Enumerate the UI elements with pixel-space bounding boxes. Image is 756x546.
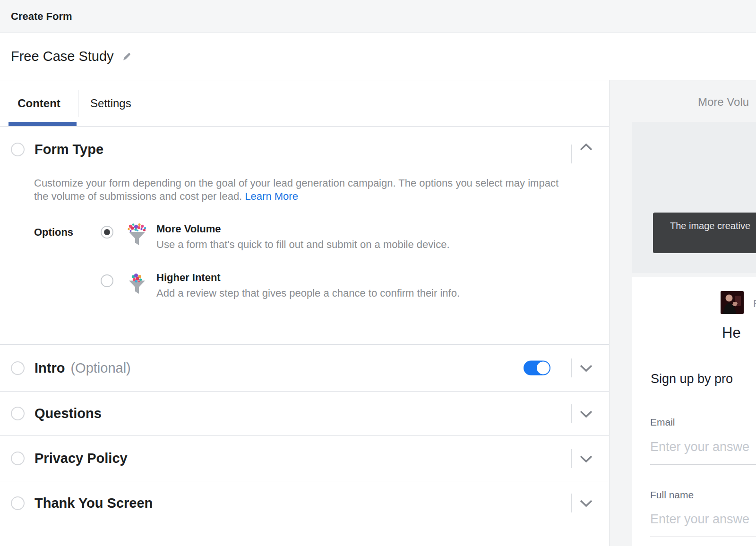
chevron-down-icon[interactable]: [578, 497, 594, 509]
section-form-type: Form Type Customize your form depending …: [0, 127, 609, 345]
section-title: Intro: [34, 360, 65, 376]
field-label-full-name: Full name: [650, 489, 694, 501]
field-underline: [650, 537, 756, 537]
option-title: Higher Intent: [156, 272, 460, 284]
section-status-circle: [11, 452, 25, 465]
radio-button-more-volume[interactable]: [101, 226, 113, 239]
option-description: Use a form that's quick to fill out and …: [156, 239, 450, 251]
preview-prompt: Sign up by pro: [651, 372, 733, 386]
section-header-divider: [571, 358, 572, 377]
options-label: Options: [34, 223, 101, 299]
form-name-row: Free Case Study: [0, 33, 756, 80]
section-privacy-policy-header[interactable]: Privacy Policy: [0, 436, 609, 481]
preview-headline: He: [722, 324, 741, 341]
options-list: More Volume Use a form that's quick to f…: [101, 223, 460, 299]
section-title: Form Type: [34, 142, 103, 157]
form-type-options: Options: [34, 223, 609, 299]
option-text: More Volume Use a form that's quick to f…: [156, 223, 450, 251]
chevron-down-icon[interactable]: [578, 362, 594, 374]
option-more-volume[interactable]: More Volume Use a form that's quick to f…: [101, 223, 460, 251]
create-form-window: Create Form Free Case Study Content Sett…: [0, 0, 756, 546]
active-tab-underline: [9, 122, 77, 126]
page-name-text: F: [753, 298, 756, 310]
option-title: More Volume: [156, 223, 450, 235]
section-title: Privacy Policy: [34, 451, 128, 466]
section-status-circle: [11, 361, 25, 375]
section-thank-you-screen-header[interactable]: Thank You Screen: [0, 481, 609, 525]
section-status-circle: [11, 143, 25, 156]
form-name: Free Case Study: [11, 49, 114, 64]
section-header-divider: [571, 449, 572, 468]
tab-divider: [78, 90, 78, 117]
learn-more-link[interactable]: Learn More: [245, 190, 298, 202]
tab-content[interactable]: Content: [0, 97, 78, 110]
preview-mode-label: More Volu: [698, 95, 749, 109]
section-title: Questions: [34, 406, 102, 421]
funnel-confetti-cluster-icon: [126, 272, 148, 295]
intro-toggle[interactable]: [524, 361, 550, 375]
creative-tooltip: The image creative: [653, 213, 756, 253]
modal-header: Create Form: [0, 0, 756, 33]
chevron-up-icon[interactable]: [578, 142, 594, 153]
option-text: Higher Intent Add a review step that giv…: [156, 272, 460, 299]
tab-settings[interactable]: Settings: [90, 97, 131, 110]
email-field: Enter your answe: [650, 440, 749, 454]
section-header-divider: [571, 404, 572, 423]
radio-button-higher-intent[interactable]: [101, 274, 113, 287]
tooltip-text: The image creative: [670, 221, 750, 231]
pencil-icon[interactable]: [121, 51, 132, 64]
field-underline: [650, 464, 756, 465]
section-header-divider: [571, 145, 572, 163]
section-title: Thank You Screen: [34, 495, 153, 511]
section-optional-label: (Optional): [70, 360, 130, 376]
field-label-email: Email: [650, 417, 675, 428]
section-intro-header[interactable]: Intro (Optional): [0, 345, 609, 392]
funnel-confetti-spread-icon: [126, 223, 148, 247]
page-title: Create Form: [11, 10, 72, 23]
tab-bar: Content Settings: [0, 80, 609, 127]
chevron-down-icon[interactable]: [578, 408, 594, 419]
section-questions-header[interactable]: Questions: [0, 392, 609, 436]
section-form-type-header[interactable]: Form Type: [0, 127, 609, 160]
form-editor-column: Content Settings Form Type Customize you…: [0, 80, 610, 546]
preview-form-card: F He Sign up by pro Email Enter your ans…: [632, 277, 756, 546]
section-header-divider: [571, 494, 572, 512]
option-description: Add a review step that gives people a ch…: [156, 287, 460, 299]
full-name-field: Enter your answe: [650, 512, 749, 527]
section-description: Customize your form depending on the goa…: [34, 177, 559, 203]
form-preview-panel: More Volu The image creative F He: [610, 80, 756, 546]
section-status-circle: [11, 407, 25, 420]
option-higher-intent[interactable]: Higher Intent Add a review step that giv…: [101, 272, 460, 299]
page-avatar: [721, 291, 744, 314]
toggle-knob: [537, 362, 550, 375]
section-status-circle: [11, 496, 25, 510]
chevron-down-icon[interactable]: [578, 453, 594, 464]
